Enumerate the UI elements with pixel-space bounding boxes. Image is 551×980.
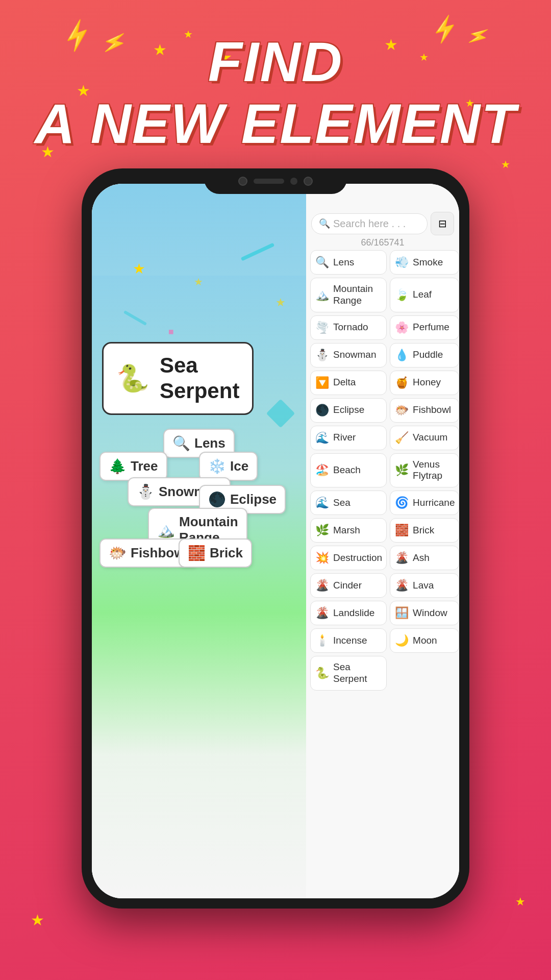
element-name: Cinder	[333, 580, 362, 592]
element-name: River	[333, 432, 356, 444]
node-lens-label: Lens	[194, 435, 226, 451]
list-item[interactable]: 🌋Landslide	[310, 601, 387, 625]
notch-dot	[290, 178, 297, 185]
list-item[interactable]: 🌸Perfume	[390, 315, 459, 340]
element-name: Leaf	[413, 289, 432, 301]
element-icon: 🧱	[394, 524, 409, 537]
list-item[interactable]: 🌊River	[310, 426, 387, 450]
list-item[interactable]: 🌊Sea	[310, 491, 387, 515]
element-icon: 🪟	[394, 606, 409, 620]
node-mountain-icon: 🏔️	[157, 522, 175, 538]
list-item[interactable]: 🕯️Incense	[310, 628, 387, 653]
node-brick[interactable]: 🧱 Brick	[179, 538, 252, 568]
node-eclipse-label: Eclipse	[230, 492, 277, 507]
element-icon: 🧹	[394, 431, 409, 445]
list-item[interactable]: 🍯Honey	[390, 371, 459, 395]
title-line1: FIND	[0, 31, 551, 92]
element-icon: 🍯	[394, 376, 409, 389]
filter-button[interactable]: ⊟	[431, 212, 454, 235]
list-item[interactable]: 🧹Vacuum	[390, 426, 459, 450]
element-icon: 🏖️	[315, 463, 329, 477]
node-lens-icon: 🔍	[172, 435, 190, 452]
list-item[interactable]: 🌋Ash	[390, 546, 459, 570]
list-item[interactable]: 💥Destruction	[310, 546, 387, 570]
element-icon: 🌊	[315, 496, 329, 509]
list-item[interactable]: 🌋Lava	[390, 573, 459, 598]
search-placeholder: Search here . . .	[333, 218, 420, 230]
element-icon: 🍃	[394, 288, 409, 302]
element-name: Moon	[413, 635, 437, 647]
title-line2: A NEW ELEMENT	[0, 92, 551, 154]
element-name: Smoke	[413, 257, 443, 268]
element-icon: 🌊	[315, 431, 329, 445]
list-item[interactable]: 🐍Sea Serpent	[310, 656, 387, 691]
node-tree-icon: 🌲	[109, 458, 127, 475]
node-tree[interactable]: 🌲 Tree	[99, 452, 167, 481]
element-icon: 💧	[394, 349, 409, 362]
list-item[interactable]: 🌙Moon	[390, 628, 459, 653]
notch-camera2	[304, 177, 313, 186]
element-list: 🔍Lens💨Smoke🏔️Mountain Range🍃Leaf🌪️Tornad…	[306, 250, 459, 898]
result-icon: 🐍	[116, 363, 149, 394]
game-area: ★ ★ ★ ◆ ★ ★ 🐍 SeaSerpent 🔍 Lens 🌲	[92, 184, 306, 898]
search-input-wrap[interactable]: 🔍 Search here . . .	[311, 213, 428, 234]
node-fishbowl-icon: 🐡	[109, 545, 127, 561]
list-item[interactable]: 🌿Venus Flytrap	[390, 453, 459, 488]
search-icon: 🔍	[319, 218, 330, 229]
title-area: FIND A NEW ELEMENT	[0, 31, 551, 154]
node-ice[interactable]: ❄️ Ice	[199, 452, 258, 481]
element-name: Lava	[413, 580, 434, 592]
list-item[interactable]: 🔍Lens	[310, 250, 387, 275]
element-name: Snowman	[333, 349, 377, 361]
element-name: Sea	[333, 497, 350, 509]
list-item[interactable]: 🧱Brick	[390, 518, 459, 543]
node-snowman-icon: ⛄	[137, 483, 155, 500]
element-name: Venus Flytrap	[413, 459, 455, 482]
element-name: Beach	[333, 464, 361, 476]
list-item[interactable]: 🍃Leaf	[390, 278, 459, 312]
result-card: 🐍 SeaSerpent	[102, 342, 254, 415]
element-icon: 🌋	[394, 551, 409, 565]
list-item[interactable]: 🌪️Tornado	[310, 315, 387, 340]
list-item[interactable]: 🌿Marsh	[310, 518, 387, 543]
element-name: Marsh	[333, 525, 360, 536]
node-brick-icon: 🧱	[188, 545, 206, 561]
element-icon: 🔍	[315, 256, 329, 269]
list-item[interactable]: 🪟Window	[390, 601, 459, 625]
list-item[interactable]: 🏖️Beach	[310, 453, 387, 488]
element-icon: 🔽	[315, 376, 329, 389]
element-name: Window	[413, 607, 447, 619]
list-item[interactable]: 💨Smoke	[390, 250, 459, 275]
list-item[interactable]: 🌀Hurricane	[390, 491, 459, 515]
element-icon: 🕯️	[315, 634, 329, 647]
list-item[interactable]: 🌋Cinder	[310, 573, 387, 598]
node-eclipse-icon: 🌑	[208, 491, 226, 508]
list-item[interactable]: 🐡Fishbowl	[390, 398, 459, 423]
element-name: Fishbowl	[413, 404, 451, 416]
node-ice-label: Ice	[230, 458, 248, 474]
element-icon: 🌿	[394, 463, 409, 477]
list-item[interactable]: 🌑Eclipse	[310, 398, 387, 423]
result-name: SeaSerpent	[160, 353, 239, 404]
list-item[interactable]: ⛄Snowman	[310, 343, 387, 368]
element-name: Incense	[333, 635, 367, 647]
element-name: Ash	[413, 552, 430, 564]
element-icon: 💥	[315, 551, 329, 565]
search-bar: 🔍 Search here . . . ⊟	[311, 212, 454, 235]
star-bottom1: ★	[31, 911, 44, 929]
count-label: 66/165741	[306, 237, 459, 248]
phone-notch	[204, 168, 347, 194]
element-icon: 🌿	[315, 524, 329, 537]
node-brick-label: Brick	[210, 545, 243, 561]
element-icon: ⛄	[315, 349, 329, 362]
element-icon: 🌋	[315, 579, 329, 592]
element-icon: 🌙	[394, 634, 409, 647]
node-ice-icon: ❄️	[208, 458, 226, 475]
element-name: Lens	[333, 257, 354, 268]
list-item[interactable]: 🏔️Mountain Range	[310, 278, 387, 312]
element-name: Mountain Range	[333, 283, 382, 307]
element-name: Brick	[413, 525, 434, 536]
list-item[interactable]: 💧Puddle	[390, 343, 459, 368]
list-item[interactable]: 🔽Delta	[310, 371, 387, 395]
element-icon: 🌋	[315, 606, 329, 620]
